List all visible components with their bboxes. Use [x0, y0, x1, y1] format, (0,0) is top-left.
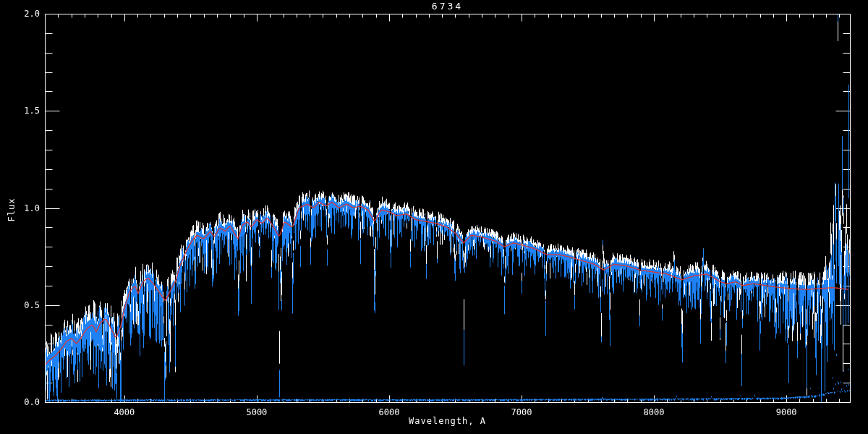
spectrum-plot-window: 6734 Wavelength, A Flux: [0, 0, 868, 434]
x-axis-label: Wavelength, A: [45, 416, 850, 426]
spectrum-plot-canvas: [0, 0, 868, 434]
y-axis-label: Flux: [7, 174, 17, 246]
plot-title: 6734: [45, 1, 850, 12]
